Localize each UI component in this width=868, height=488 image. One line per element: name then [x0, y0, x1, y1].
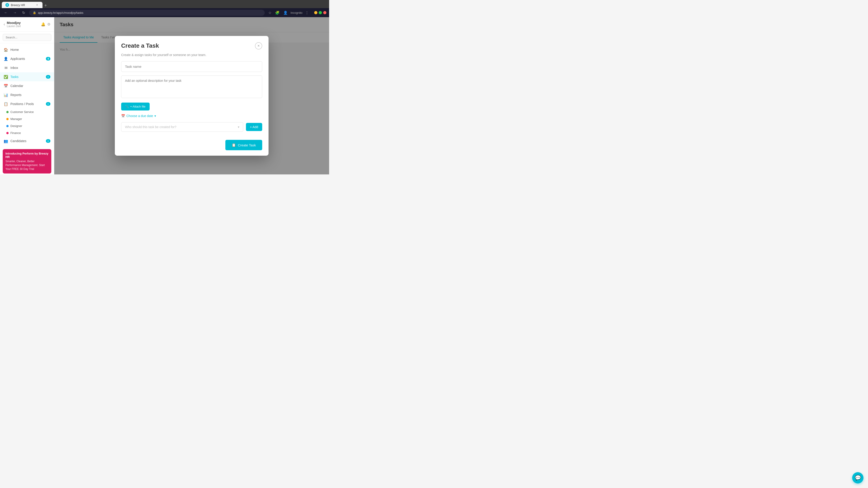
assign-select[interactable]: Who should this task be created for? ▾	[121, 122, 243, 132]
task-description-input[interactable]	[121, 75, 262, 98]
incognito-label: Incognito	[290, 11, 303, 14]
sidebar-item-label: Applicants	[10, 57, 43, 61]
sidebar-promo[interactable]: Introducing Perform by Breezy HR Smarter…	[3, 149, 51, 173]
profile-btn[interactable]: 👤	[282, 10, 289, 16]
sub-item-label: Finance	[10, 131, 21, 135]
sidebar-item-home[interactable]: 🏠 Home	[0, 45, 54, 54]
modal-subtitle: Create & assign tasks for yourself or so…	[115, 53, 269, 61]
extensions-btn[interactable]: 🧩	[274, 10, 281, 16]
sidebar-item-inbox[interactable]: ✉ Inbox	[0, 63, 54, 72]
sidebar-item-label: Calendar	[10, 84, 51, 88]
sidebar-item-applicants[interactable]: 👤 Applicants 4	[0, 54, 54, 63]
calendar-icon: 📅	[121, 114, 125, 118]
window-close-btn[interactable]	[323, 11, 327, 14]
sidebar-header: ‹ Moodjoy Lauren Dell 🔔 ⚙	[0, 17, 54, 32]
positions-icon: 📋	[4, 102, 8, 106]
back-btn[interactable]: ←	[3, 10, 9, 15]
bookmark-btn[interactable]: ☆	[268, 10, 272, 16]
sidebar-sub-item-customer-service[interactable]: Customer Service	[0, 108, 54, 116]
sidebar-sub-item-manager[interactable]: Manager	[0, 116, 54, 123]
browser-actions: ☆ 🧩 👤 Incognito ⋮	[268, 10, 310, 16]
modal-overlay[interactable]: Create a Task × Create & assign tasks fo…	[54, 17, 329, 174]
active-tab[interactable]: B Breezy HR ×	[2, 2, 42, 8]
applicants-icon: 👤	[4, 57, 8, 61]
sub-item-label: Customer Service	[10, 110, 34, 113]
modal-close-btn[interactable]: ×	[255, 42, 262, 50]
assign-placeholder: Who should this task be created for?	[125, 125, 176, 129]
minimize-btn[interactable]	[314, 11, 317, 14]
due-date-label: Choose a due date	[126, 114, 153, 118]
create-task-modal: Create a Task × Create & assign tasks fo…	[115, 36, 269, 156]
menu-btn[interactable]: ⋮	[304, 10, 310, 16]
sidebar-item-positions[interactable]: 📋 Positions / Pools +	[0, 99, 54, 108]
window-controls	[314, 11, 327, 14]
forward-btn[interactable]: →	[12, 10, 18, 15]
reports-icon: 📊	[4, 93, 8, 97]
tab-title: Breezy HR	[11, 3, 25, 7]
customer-service-dot	[6, 111, 8, 113]
sidebar-item-candidates[interactable]: 👥 Candidates +	[0, 136, 54, 145]
sidebar-brand: Moodjoy Lauren Dell	[7, 21, 39, 28]
url-bar[interactable]: 🔒 app.breezy.hr/app/c/moodjoy/tasks	[29, 10, 265, 16]
tasks-icon: ✅	[4, 74, 8, 79]
search-input[interactable]	[3, 34, 51, 41]
settings-btn[interactable]: ⚙	[47, 22, 51, 26]
modal-footer: 📋 Create Task	[115, 136, 269, 156]
sidebar-back-btn[interactable]: ‹	[4, 22, 5, 27]
promo-title: Introducing Perform by Breezy HR	[5, 152, 49, 159]
lock-icon: 🔒	[33, 11, 36, 14]
maximize-btn[interactable]	[319, 11, 322, 14]
positions-badge: +	[46, 102, 51, 106]
due-date-btn[interactable]: 📅 Choose a due date ▾	[121, 114, 156, 118]
create-task-label: Create Task	[238, 143, 256, 147]
attach-icon: 📎	[125, 105, 129, 108]
designer-dot	[6, 125, 8, 127]
modal-title: Create a Task	[121, 42, 159, 49]
sidebar-sub-item-finance[interactable]: Finance	[0, 129, 54, 136]
home-icon: 🏠	[4, 47, 8, 52]
new-tab-btn[interactable]: +	[42, 3, 49, 8]
attach-label: + Attach file	[130, 105, 146, 108]
sidebar-item-reports[interactable]: 📊 Reports	[0, 90, 54, 99]
create-task-btn[interactable]: 📋 Create Task	[225, 140, 262, 150]
sidebar-item-label: Candidates	[10, 139, 43, 143]
sidebar: ‹ Moodjoy Lauren Dell 🔔 ⚙ 🏠 Home 👤 Appli…	[0, 17, 54, 174]
url-text: app.breezy.hr/app/c/moodjoy/tasks	[38, 11, 84, 14]
sidebar-item-label: Tasks	[10, 75, 43, 78]
manager-dot	[6, 118, 8, 120]
candidates-badge: +	[46, 139, 51, 143]
dropdown-icon: ▾	[154, 114, 156, 118]
tab-favicon: B	[5, 3, 9, 7]
finance-dot	[6, 132, 8, 134]
sidebar-header-icons: 🔔 ⚙	[41, 22, 51, 26]
attach-file-btn[interactable]: 📎 + Attach file	[121, 103, 150, 110]
sidebar-search	[0, 32, 54, 43]
notifications-btn[interactable]: 🔔	[41, 22, 45, 26]
inbox-icon: ✉	[4, 66, 8, 70]
sidebar-item-tasks[interactable]: ✅ Tasks +	[0, 72, 54, 81]
modal-body: 📎 + Attach file 📅 Choose a due date ▾ Wh…	[115, 61, 269, 136]
main-content: Tasks Tasks Assigned to Me Tasks I've Cr…	[54, 17, 329, 174]
sub-item-label: Manager	[10, 117, 22, 121]
tab-bar: B Breezy HR × +	[0, 0, 329, 8]
assign-dropdown-icon: ▾	[238, 125, 239, 129]
sidebar-item-calendar[interactable]: 📅 Calendar	[0, 81, 54, 90]
add-assignee-btn[interactable]: + Add	[246, 123, 262, 131]
sidebar-item-label: Reports	[10, 93, 51, 97]
create-task-icon: 📋	[232, 143, 236, 147]
tasks-badge: +	[46, 75, 51, 78]
calendar-icon: 📅	[4, 84, 8, 88]
company-name: Moodjoy	[7, 21, 39, 25]
task-name-input[interactable]	[121, 61, 262, 72]
candidates-icon: 👥	[4, 139, 8, 143]
sub-item-label: Designer	[10, 124, 22, 128]
promo-text: Smarter, Cleaner, Better Performance Man…	[5, 160, 49, 171]
tab-close-btn[interactable]: ×	[35, 3, 39, 7]
sidebar-item-label: Inbox	[10, 66, 51, 70]
modal-header: Create a Task ×	[115, 36, 269, 53]
sidebar-sub-item-designer[interactable]: Designer	[0, 123, 54, 129]
reload-btn[interactable]: ↻	[21, 10, 26, 16]
user-name: Lauren Dell	[7, 25, 39, 28]
address-bar: ← → ↻ 🔒 app.breezy.hr/app/c/moodjoy/task…	[0, 8, 329, 17]
assign-row: Who should this task be created for? ▾ +…	[121, 122, 262, 132]
